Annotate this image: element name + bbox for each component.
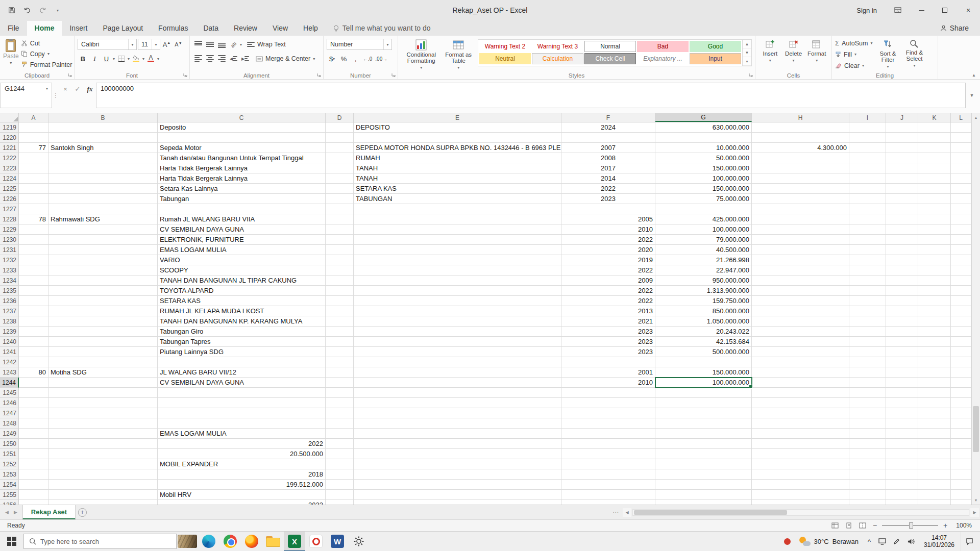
cell-K1249[interactable] xyxy=(918,429,951,439)
cell-G1231[interactable]: 40.500.000 xyxy=(655,245,752,255)
cell-A1246[interactable] xyxy=(19,398,48,408)
cell-E1233[interactable] xyxy=(354,265,561,276)
cell-A1232[interactable] xyxy=(19,255,48,265)
row-header-1219[interactable]: 1219 xyxy=(0,122,19,133)
cell-I1230[interactable] xyxy=(849,235,886,245)
cell-L1230[interactable] xyxy=(951,235,971,245)
cell-J1226[interactable] xyxy=(886,194,918,204)
cell-H1222[interactable] xyxy=(752,153,849,163)
cell-L1233[interactable] xyxy=(951,265,971,276)
cell-A1254[interactable] xyxy=(19,480,48,490)
cell-C1253[interactable]: 2018 xyxy=(158,469,326,480)
undo-icon[interactable] xyxy=(20,4,34,17)
cell-J1241[interactable] xyxy=(886,347,918,357)
cell-H1233[interactable] xyxy=(752,265,849,276)
cell-B1238[interactable] xyxy=(48,316,158,327)
cell-E1232[interactable] xyxy=(354,255,561,265)
cell-C1242[interactable] xyxy=(158,357,326,367)
cell-C1225[interactable]: Setara Kas Lainnya xyxy=(158,184,326,194)
cell-J1250[interactable] xyxy=(886,439,918,449)
cell-G1234[interactable]: 950.000.000 xyxy=(655,276,752,286)
cell-K1246[interactable] xyxy=(918,398,951,408)
cell-E1247[interactable] xyxy=(354,408,561,418)
cell-I1238[interactable] xyxy=(849,316,886,327)
cell-F1245[interactable] xyxy=(561,388,655,398)
cell-A1228[interactable]: 78 xyxy=(19,214,48,224)
cell-K1225[interactable] xyxy=(918,184,951,194)
cell-C1247[interactable] xyxy=(158,408,326,418)
cell-K1237[interactable] xyxy=(918,306,951,316)
cell-J1222[interactable] xyxy=(886,153,918,163)
cell-D1234[interactable] xyxy=(326,276,354,286)
taskbar-clock[interactable]: 14:07 31/01/2026 xyxy=(919,534,960,548)
cell-J1251[interactable] xyxy=(886,449,918,459)
cell-I1237[interactable] xyxy=(849,306,886,316)
row-header-1222[interactable]: 1222 xyxy=(0,153,19,163)
cell-K1223[interactable] xyxy=(918,163,951,173)
cell-I1225[interactable] xyxy=(849,184,886,194)
cell-H1251[interactable] xyxy=(752,449,849,459)
cell-A1234[interactable] xyxy=(19,276,48,286)
cell-G1221[interactable]: 10.000.000 xyxy=(655,143,752,153)
styles-more-icon[interactable]: ▾ xyxy=(743,57,751,66)
cell-C1223[interactable]: Harta Tidak Bergerak Lainnya xyxy=(158,163,326,173)
cell-E1234[interactable] xyxy=(354,276,561,286)
cell-F1243[interactable]: 2001 xyxy=(561,367,655,378)
zoom-slider[interactable] xyxy=(882,525,938,526)
cell-C1229[interactable]: CV SEMBILAN DAYA GUNA xyxy=(158,224,326,235)
cell-E1227[interactable] xyxy=(354,204,561,214)
cell-C1221[interactable]: Sepeda Motor xyxy=(158,143,326,153)
new-sheet-button[interactable]: + xyxy=(76,505,89,519)
cell-A1226[interactable] xyxy=(19,194,48,204)
cell-L1251[interactable] xyxy=(951,449,971,459)
row-header-1233[interactable]: 1233 xyxy=(0,265,19,276)
align-top-button[interactable] xyxy=(193,39,204,50)
cell-A1224[interactable] xyxy=(19,173,48,184)
cell-I1249[interactable] xyxy=(849,429,886,439)
cell-H1226[interactable] xyxy=(752,194,849,204)
cell-I1240[interactable] xyxy=(849,337,886,347)
cell-L1221[interactable] xyxy=(951,143,971,153)
cell-G1252[interactable] xyxy=(655,459,752,469)
cell-B1233[interactable] xyxy=(48,265,158,276)
cell-L1220[interactable] xyxy=(951,133,971,143)
cell-C1220[interactable] xyxy=(158,133,326,143)
sign-in-button[interactable]: Sign in xyxy=(847,7,886,14)
notification-center-icon[interactable] xyxy=(961,532,978,551)
align-right-button[interactable] xyxy=(216,53,227,64)
cell-C1246[interactable] xyxy=(158,398,326,408)
number-dialog-launcher[interactable] xyxy=(390,72,397,78)
row-header-1237[interactable]: 1237 xyxy=(0,306,19,316)
cell-D1220[interactable] xyxy=(326,133,354,143)
row-header-1243[interactable]: 1243 xyxy=(0,367,19,378)
cell-D1223[interactable] xyxy=(326,163,354,173)
cell-J1242[interactable] xyxy=(886,357,918,367)
cell-K1220[interactable] xyxy=(918,133,951,143)
cell-K1248[interactable] xyxy=(918,418,951,429)
cell-G1243[interactable]: 150.000.000 xyxy=(655,367,752,378)
row-header-1256[interactable]: 1256 xyxy=(0,500,19,505)
cell-C1226[interactable]: Tabungan xyxy=(158,194,326,204)
cell-I1245[interactable] xyxy=(849,388,886,398)
sheet-nav-right-icon[interactable]: ▶ xyxy=(14,510,17,515)
row-header-1228[interactable]: 1228 xyxy=(0,214,19,224)
cell-A1244[interactable] xyxy=(19,378,48,388)
start-button[interactable] xyxy=(0,532,23,551)
row-header-1249[interactable]: 1249 xyxy=(0,429,19,439)
page-layout-view-icon[interactable] xyxy=(844,522,853,530)
cell-E1236[interactable] xyxy=(354,296,561,306)
increase-decimal-button[interactable]: ←.0 xyxy=(362,53,373,64)
cell-I1228[interactable] xyxy=(849,214,886,224)
cell-B1254[interactable] xyxy=(48,480,158,490)
cell-G1226[interactable]: 75.000.000 xyxy=(655,194,752,204)
cell-F1221[interactable]: 2007 xyxy=(561,143,655,153)
customize-qat-icon[interactable]: ▾ xyxy=(51,4,64,17)
decrease-indent-button[interactable]: ◀ xyxy=(228,53,239,64)
file-explorer-icon[interactable] xyxy=(262,532,284,551)
cell-A1251[interactable] xyxy=(19,449,48,459)
cell-J1220[interactable] xyxy=(886,133,918,143)
cell-G1255[interactable] xyxy=(655,490,752,500)
cell-L1244[interactable] xyxy=(951,378,971,388)
cell-C1224[interactable]: Harta Tidak Bergerak Lainnya xyxy=(158,173,326,184)
cell-I1224[interactable] xyxy=(849,173,886,184)
